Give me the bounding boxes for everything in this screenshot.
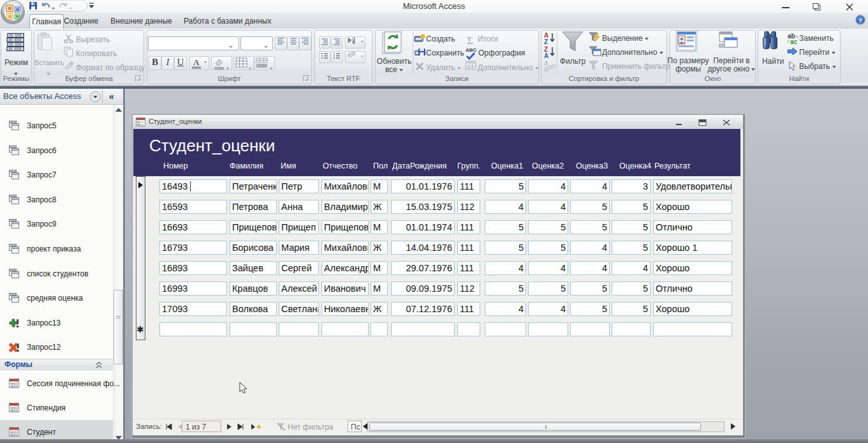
svg-text:Z: Z [544, 38, 548, 45]
svg-text:A: A [193, 57, 200, 67]
svg-text:ac: ac [790, 38, 798, 45]
svg-text:?: ? [858, 17, 862, 24]
svg-text:Σ: Σ [467, 34, 473, 47]
svg-text:Я: Я [544, 66, 548, 73]
svg-text:A: A [544, 52, 548, 59]
svg-text:ABC: ABC [466, 47, 477, 53]
